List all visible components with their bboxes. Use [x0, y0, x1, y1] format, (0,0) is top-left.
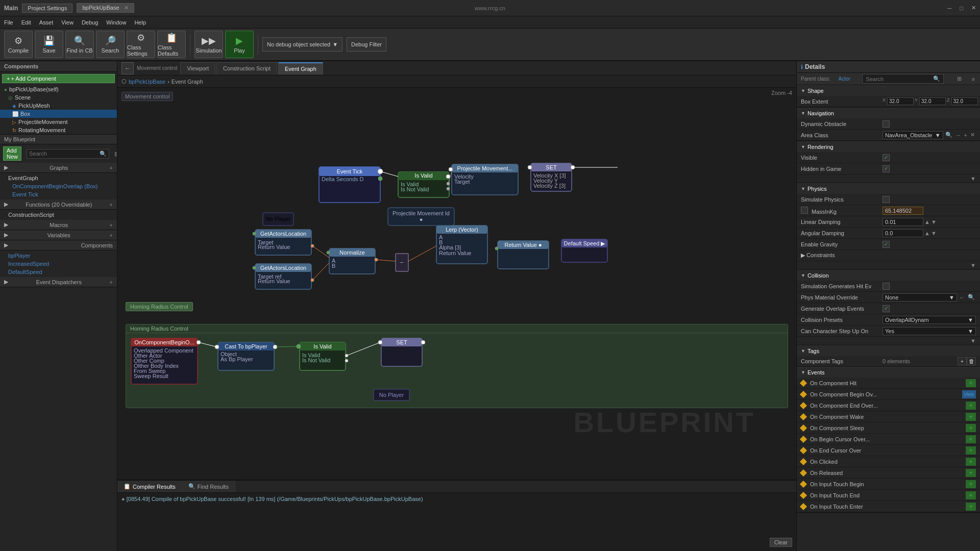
pickup-mesh-item[interactable]: ◈ PickUpMesh: [0, 102, 117, 110]
minimize-icon[interactable]: ─: [948, 5, 952, 11]
parent-class-value[interactable]: Actor: [838, 76, 850, 82]
blueprint-name[interactable]: bpPickUpBase: [129, 79, 165, 85]
linear-damping-input[interactable]: [883, 218, 923, 226]
viewport-tab[interactable]: Viewport: [180, 62, 215, 74]
projectile-movement-item[interactable]: ▷ ProjectileMovement: [0, 118, 117, 126]
angular-damping-input[interactable]: [883, 229, 923, 237]
homing-radius-label[interactable]: Homing Radius Control: [126, 302, 193, 311]
menu-help[interactable]: Help: [134, 19, 146, 26]
on-released-add[interactable]: +: [966, 469, 976, 477]
angular-down-icon[interactable]: ▼: [931, 230, 937, 236]
debug-dropdown[interactable]: No debug object selected ▼: [262, 37, 342, 52]
tags-add-button[interactable]: +: [958, 357, 967, 365]
events-section-header[interactable]: ▼ Events: [797, 367, 980, 378]
graph-name[interactable]: Event Graph: [172, 79, 203, 85]
on-component-end-add[interactable]: +: [966, 402, 976, 410]
expand-physics-icon[interactable]: ▼: [970, 262, 976, 268]
class-defaults-button[interactable]: 📋 Class Defaults: [157, 31, 186, 58]
phys-clear-icon[interactable]: 🔍: [968, 294, 975, 300]
project-settings-tab[interactable]: Project Settings: [22, 4, 72, 13]
my-blueprint-header[interactable]: My Blueprint: [0, 135, 117, 144]
list-view-icon[interactable]: ≡: [972, 76, 975, 82]
self-item[interactable]: ● bpPickUpBase(self): [0, 85, 117, 93]
on-component-sleep-add[interactable]: +: [966, 424, 976, 432]
box-item[interactable]: ⬜ Box: [0, 110, 117, 118]
play-button[interactable]: ▶ Play: [225, 31, 254, 58]
expand-rendering-icon[interactable]: ▼: [970, 176, 976, 182]
class-settings-button[interactable]: ⚙ Class Settings: [127, 31, 155, 58]
shape-section-header[interactable]: ▼ Shape: [797, 85, 980, 96]
enable-gravity-checkbox[interactable]: [883, 241, 890, 248]
event-tick-item[interactable]: Event Tick: [0, 190, 117, 198]
visible-checkbox[interactable]: [883, 154, 890, 161]
save-button[interactable]: 💾 Save: [35, 31, 63, 58]
close-tab-icon[interactable]: ✕: [124, 5, 129, 11]
simulate-physics-checkbox[interactable]: [883, 196, 890, 203]
construction-script-item[interactable]: ConstructionScript: [0, 211, 117, 219]
nav-add-icon[interactable]: +: [964, 132, 967, 138]
rendering-section-header[interactable]: ▼ Rendering: [797, 141, 980, 152]
compile-button[interactable]: ⚙ Compile: [4, 31, 33, 58]
dynamic-obstacle-checkbox[interactable]: [883, 120, 890, 128]
compiler-results-tab[interactable]: 📋 Compiler Results: [117, 481, 182, 492]
area-class-dropdown[interactable]: NavArea_Obstacle ▼: [883, 131, 943, 139]
menu-window[interactable]: Window: [106, 19, 126, 26]
event-graph-item[interactable]: EventGraph: [0, 174, 117, 182]
navigation-section-header[interactable]: ▼ Navigation: [797, 108, 980, 118]
can-char-step-dropdown[interactable]: Yes ▼: [883, 327, 976, 335]
menu-file[interactable]: File: [4, 19, 13, 26]
phys-material-dropdown[interactable]: None ▼: [883, 293, 957, 302]
bp-pickup-tab[interactable]: bpPickUpBase ✕: [77, 3, 134, 13]
back-arrow[interactable]: ←: [121, 62, 134, 74]
scene-item[interactable]: ◎ Scene: [0, 93, 117, 102]
on-end-cursor-add[interactable]: +: [966, 446, 976, 455]
y-input[interactable]: [919, 97, 946, 105]
physics-section-header[interactable]: ▼ Physics: [797, 183, 980, 194]
simulation-button[interactable]: ▶▶ Simulation: [194, 31, 223, 58]
event-graph-tab[interactable]: Event Graph: [278, 62, 323, 74]
on-input-touch-begin-add[interactable]: +: [966, 480, 976, 488]
graph-nodes-area[interactable]: Movement control Event Tick Delta Second…: [117, 88, 796, 408]
nav-clear-icon[interactable]: ✕: [970, 132, 975, 138]
on-begin-cursor-add[interactable]: +: [966, 435, 976, 443]
collision-presets-dropdown[interactable]: OverlapAllDynam ▼: [883, 316, 976, 324]
grid-view-icon[interactable]: ⊞: [957, 76, 962, 82]
debug-filter-dropdown[interactable]: Debug Filter: [347, 37, 386, 52]
add-macro-icon[interactable]: +: [110, 222, 113, 228]
macros-header[interactable]: ▶ Macros +: [0, 220, 117, 230]
generate-overlap-checkbox[interactable]: [883, 305, 890, 312]
add-variable-icon[interactable]: +: [110, 232, 113, 238]
find-results-tab[interactable]: 🔍 Find Results: [182, 481, 235, 492]
menu-debug[interactable]: Debug: [82, 19, 98, 26]
bp-player-item[interactable]: bpPlayer: [0, 252, 117, 260]
collision-section-header[interactable]: ▼ Collision: [797, 270, 980, 281]
menu-view[interactable]: View: [61, 19, 74, 26]
x-input[interactable]: [887, 97, 914, 105]
clear-button[interactable]: Clear: [770, 538, 792, 547]
find-in-cb-button[interactable]: 🔍 Find in CB: [65, 31, 94, 58]
nav-arrow-icon[interactable]: →: [955, 132, 961, 138]
rotating-movement-item[interactable]: ↻ RotatingMovement: [0, 126, 117, 134]
expand-collision-icon[interactable]: ▼: [970, 338, 976, 344]
tags-remove-button[interactable]: 🗑: [967, 357, 976, 365]
close-icon[interactable]: ✕: [971, 5, 976, 11]
tags-section-header[interactable]: ▼ Tags: [797, 345, 980, 356]
nav-search-icon[interactable]: 🔍: [945, 132, 952, 138]
add-dispatcher-icon[interactable]: +: [110, 279, 113, 285]
phys-search-icon[interactable]: ←: [959, 294, 965, 300]
menu-asset[interactable]: Asset: [39, 19, 54, 26]
linear-up-icon[interactable]: ▲: [924, 219, 930, 225]
add-graph-icon[interactable]: +: [110, 165, 113, 171]
add-function-icon[interactable]: +: [110, 202, 113, 208]
increased-speed-item[interactable]: IncreasedSpeed: [0, 260, 117, 268]
sim-generates-checkbox[interactable]: [883, 283, 890, 290]
on-component-wake-add[interactable]: +: [966, 413, 976, 421]
blueprint-search-input[interactable]: [29, 151, 100, 157]
menu-edit[interactable]: Edit: [21, 19, 31, 26]
add-new-button[interactable]: Add New: [3, 146, 21, 161]
hidden-in-game-checkbox[interactable]: [883, 165, 890, 172]
z-input[interactable]: [951, 97, 978, 105]
linear-down-icon[interactable]: ▼: [931, 219, 937, 225]
graphs-header[interactable]: ▶ Graphs +: [0, 163, 117, 173]
components-section-header[interactable]: ▶ Components: [0, 240, 117, 251]
